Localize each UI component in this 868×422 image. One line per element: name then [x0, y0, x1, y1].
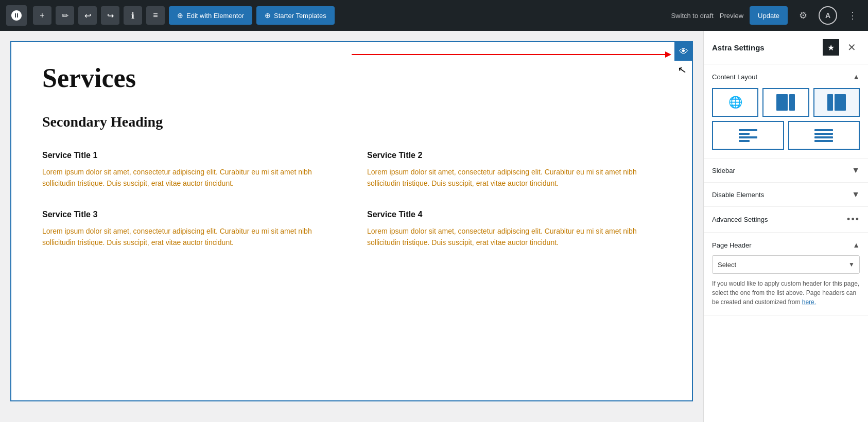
astra-avatar-button[interactable]: A	[819, 6, 837, 25]
edit-with-elementor-button[interactable]: ⊕ Edit with Elementor	[169, 6, 252, 25]
list-button[interactable]: ≡	[146, 6, 165, 25]
close-icon: ✕	[847, 41, 856, 54]
service3-title: Service Title 3	[42, 210, 336, 219]
toolbar-right: Switch to draft Preview Update ⚙ A ⋮	[671, 6, 862, 25]
sidebar-label: Sidebar	[712, 167, 735, 174]
right-panel: Astra Settings ★ ✕ Content Layout ▲ 🌐	[703, 31, 868, 422]
starter-templates-label: Starter Templates	[274, 12, 326, 20]
service-item-4: Service Title 4 Lorem ipsum dolor sit am…	[367, 210, 661, 249]
page-header-select[interactable]: Select	[712, 255, 860, 274]
toolbar: + ✏ ↩ ↪ ℹ ≡ ⊕ Edit with Elementor ⊕ Star…	[0, 0, 868, 31]
ellipsis-vertical-icon: ⋮	[848, 10, 857, 21]
layout-sidebar-right-option[interactable]	[762, 88, 809, 117]
service4-title: Service Title 4	[367, 210, 661, 219]
update-button[interactable]: Update	[750, 6, 788, 25]
redo-icon: ↪	[107, 11, 114, 21]
content-layout-section: Content Layout ▲ 🌐	[704, 64, 868, 159]
add-button[interactable]: +	[33, 6, 51, 25]
disable-elements-chevron-down-icon: ▼	[852, 190, 860, 199]
eye-icon: 👁	[679, 46, 688, 57]
advanced-settings-more-icon: •••	[847, 214, 860, 225]
chevron-up-icon: ▲	[853, 73, 860, 81]
here-link[interactable]: here.	[802, 298, 816, 306]
wp-logo	[6, 5, 27, 26]
content-layout-header[interactable]: Content Layout ▲	[712, 73, 860, 81]
preview-button[interactable]: Preview	[720, 12, 743, 20]
starter-templates-icon: ⊕	[265, 11, 271, 20]
layout-default-option[interactable]: 🌐	[712, 88, 758, 117]
eye-button[interactable]: 👁	[674, 42, 693, 61]
secondary-heading: Secondary Heading	[42, 114, 661, 130]
edit-with-elementor-label: Edit with Elementor	[186, 12, 244, 20]
content-area: 👁 ↖ Services Secondary Heading Service T…	[0, 31, 703, 422]
service-item-3: Service Title 3 Lorem ipsum dolor sit am…	[42, 210, 336, 249]
sidebar-right-icon	[776, 94, 795, 111]
pencil-icon: ✏	[62, 11, 68, 21]
disable-elements-section-row[interactable]: Disable Elements ▼	[704, 183, 868, 207]
page-header-label: Page Header	[712, 241, 752, 249]
star-icon: ★	[827, 43, 835, 52]
redo-button[interactable]: ↪	[101, 6, 119, 25]
astra-icon: A	[825, 11, 830, 20]
panel-header: Astra Settings ★ ✕	[704, 31, 868, 64]
layout-options-row2	[712, 121, 860, 150]
page-content: Services Secondary Heading Service Title…	[11, 42, 692, 269]
star-button[interactable]: ★	[823, 39, 839, 56]
page-wrapper: 👁 ↖ Services Secondary Heading Service T…	[10, 41, 693, 401]
narrow-layout-icon	[739, 129, 757, 142]
services-grid: Service Title 1 Lorem ipsum dolor sit am…	[42, 151, 661, 249]
page-header-section: Page Header ▲ Select ▼ If you would like…	[704, 233, 868, 315]
service-item-2: Service Title 2 Lorem ipsum dolor sit am…	[367, 151, 661, 189]
service1-text: Lorem ipsum dolor sit amet, consectetur …	[42, 166, 336, 189]
list-icon: ≡	[153, 11, 158, 20]
service2-title: Service Title 2	[367, 151, 661, 160]
service2-text: Lorem ipsum dolor sit amet, consectetur …	[367, 166, 661, 189]
services-title: Services	[42, 63, 661, 93]
undo-icon: ↩	[84, 11, 91, 21]
sidebar-section-row[interactable]: Sidebar ▼	[704, 159, 868, 183]
full-width-layout-icon	[814, 129, 833, 142]
gear-icon: ⚙	[799, 10, 807, 21]
service4-text: Lorem ipsum dolor sit amet, consectetur …	[367, 225, 661, 249]
edit-pencil-button[interactable]: ✏	[56, 6, 74, 25]
undo-button[interactable]: ↩	[78, 6, 97, 25]
advanced-settings-label: Advanced Settings	[712, 216, 768, 223]
main-layout: 👁 ↖ Services Secondary Heading Service T…	[0, 31, 868, 422]
page-header-chevron-up-icon: ▲	[853, 241, 860, 249]
layout-options-row1: 🌐	[712, 88, 860, 117]
more-options-button[interactable]: ⋮	[843, 6, 862, 25]
info-button[interactable]: ℹ	[124, 6, 142, 25]
layout-sidebar-left-option[interactable]	[813, 88, 860, 117]
info-icon: ℹ	[131, 11, 134, 21]
disable-elements-label: Disable Elements	[712, 191, 764, 199]
switch-to-draft-button[interactable]: Switch to draft	[671, 12, 713, 20]
select-wrapper: Select ▼	[712, 255, 860, 274]
settings-gear-button[interactable]: ⚙	[794, 6, 812, 25]
starter-templates-button[interactable]: ⊕ Starter Templates	[256, 6, 335, 25]
service3-text: Lorem ipsum dolor sit amet, consectetur …	[42, 225, 336, 249]
close-panel-button[interactable]: ✕	[843, 39, 860, 56]
globe-icon: 🌐	[728, 96, 742, 109]
page-header-header-row[interactable]: Page Header ▲	[712, 241, 860, 249]
advanced-settings-section[interactable]: Advanced Settings •••	[704, 207, 868, 233]
content-layout-label: Content Layout	[712, 73, 757, 81]
panel-header-actions: ★ ✕	[823, 39, 860, 56]
service1-title: Service Title 1	[42, 151, 336, 160]
sidebar-left-icon	[827, 94, 846, 111]
panel-title: Astra Settings	[712, 43, 765, 52]
add-icon: +	[40, 11, 44, 20]
sidebar-chevron-down-icon: ▼	[852, 166, 860, 175]
layout-full-width-option[interactable]	[788, 121, 860, 150]
elementor-icon: ⊕	[177, 11, 183, 20]
service-item-1: Service Title 1 Lorem ipsum dolor sit am…	[42, 151, 336, 189]
layout-narrow-option[interactable]	[712, 121, 784, 150]
page-header-description: If you would like to apply custom header…	[712, 279, 860, 307]
